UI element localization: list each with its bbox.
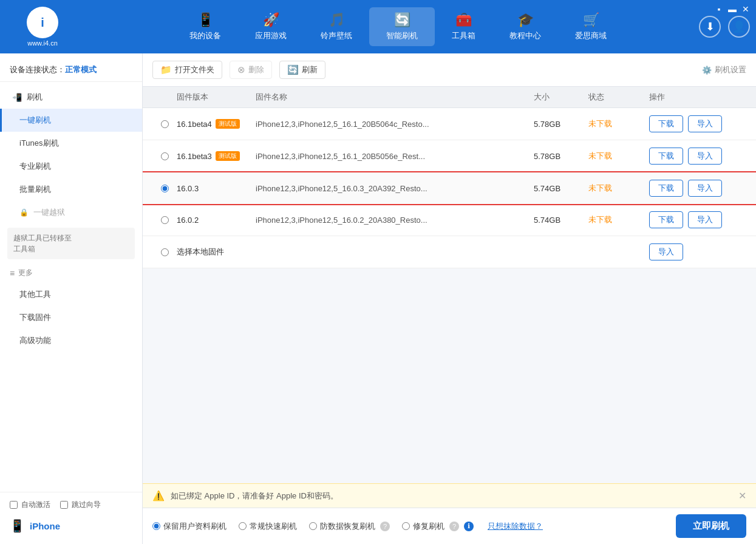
skip-wizard-checkbox[interactable] (60, 501, 68, 509)
nav-my-device[interactable]: 📱 我的设备 (172, 7, 238, 46)
row-5-radio-col[interactable] (152, 248, 177, 256)
sidebar-item-pro-flash[interactable]: 专业刷机 (0, 155, 142, 178)
recovery-label: 防数据恢复刷机 (320, 521, 375, 532)
row-1-radio-col[interactable] (152, 120, 177, 128)
quick-flash-radio[interactable] (239, 522, 247, 530)
row-2-radio[interactable] (161, 152, 169, 160)
more-label: 更多 (18, 268, 33, 278)
flash-sidebar-icon: 📲 (12, 93, 22, 102)
table-header: 固件版本 固件名称 大小 状态 操作 (143, 87, 756, 108)
delete-label: 删除 (248, 64, 264, 75)
row-2-version: 16.1beta3 测试版 (177, 151, 256, 161)
option-quick-flash[interactable]: 常规快速刷机 (239, 521, 297, 532)
row-2-filename: iPhone12,3,iPhone12,5_16.1_20B5056e_Rest… (256, 152, 534, 161)
minimize-icon[interactable]: ▪ (715, 5, 723, 13)
folder-icon: 📁 (160, 64, 172, 75)
nav-apps-games[interactable]: 🚀 应用游戏 (238, 7, 304, 46)
row-1-radio[interactable] (161, 120, 169, 128)
download-button[interactable]: ⬇ (699, 16, 721, 38)
sidebar-item-itunes-flash[interactable]: iTunes刷机 (0, 132, 142, 155)
auto-activate-label[interactable]: 自动激活 (21, 500, 50, 510)
row-3-radio[interactable] (161, 185, 169, 192)
row-2-radio-col[interactable] (152, 152, 177, 160)
auto-activate-checkbox[interactable] (10, 501, 18, 509)
firmware-table: 16.1beta4 测试版 iPhone12,3,iPhone12,5_16.1… (143, 108, 756, 483)
sidebar-item-flash[interactable]: 📲 刷机 (0, 86, 142, 109)
sidebar-item-jailbreak: 🔒 一键越狱 (0, 201, 142, 224)
nav-toolbox[interactable]: 🧰 工具箱 (435, 7, 492, 46)
nav-tutorials-label: 教程中心 (509, 30, 541, 41)
row-5-actions: 导入 (649, 243, 746, 260)
row-5-radio[interactable] (161, 248, 169, 256)
toolbox-icon: 🧰 (455, 12, 472, 28)
user-button[interactable]: 👤 (728, 16, 750, 38)
repair-radio[interactable] (402, 522, 410, 530)
row-2-size: 5.78GB (534, 152, 588, 161)
sidebar-item-one-click-flash[interactable]: 一键刷机 (0, 109, 142, 132)
nav-store[interactable]: 🛒 爱思商域 (558, 7, 624, 46)
sidebar-advanced-label: 高级功能 (19, 335, 51, 346)
content-area: 📁 打开文件夹 ⊗ 删除 🔄 刷新 ⚙️ 刷机设置 固件版本 固件名称 大小 (143, 53, 756, 544)
row-4-import-button[interactable]: 导入 (688, 211, 722, 228)
device-name: iPhone (30, 521, 60, 531)
row-1-actions: 下载 导入 (649, 115, 746, 132)
row-3-import-button[interactable]: 导入 (688, 180, 722, 197)
repair-label: 修复刷机 (413, 521, 444, 532)
nav-tutorials[interactable]: 🎓 教程中心 (492, 7, 558, 46)
keep-data-radio[interactable] (152, 522, 160, 530)
sidebar-flash-label: 刷机 (27, 92, 43, 103)
settings-label: 刷机设置 (715, 64, 746, 75)
jailbreak-moved-label: 越狱工具已转移至工具箱 (13, 234, 72, 253)
option-keep-data[interactable]: 保留用户资料刷机 (152, 521, 226, 532)
close-icon[interactable]: ✕ (741, 5, 750, 13)
delete-button[interactable]: ⊗ 删除 (230, 61, 272, 79)
nav-ringtones[interactable]: 🎵 铃声壁纸 (304, 7, 369, 46)
device-status-label: 设备连接状态： (10, 65, 65, 74)
recovery-radio[interactable] (309, 522, 317, 530)
skip-wizard-label[interactable]: 跳过向导 (72, 500, 101, 510)
row-1-download-button[interactable]: 下载 (649, 115, 683, 132)
nav-smart-flash[interactable]: 🔄 智能刷机 (369, 7, 435, 46)
option-recovery[interactable]: 防数据恢复刷机 ? (309, 521, 390, 532)
row-4-radio[interactable] (161, 216, 169, 224)
jailbreak-moved-box: 越狱工具已转移至工具箱 (7, 228, 135, 259)
notice-close-button[interactable]: ✕ (738, 490, 746, 501)
maximize-icon[interactable]: ▬ (728, 5, 737, 13)
row-2-download-button[interactable]: 下载 (649, 148, 683, 165)
row-4-radio-col[interactable] (152, 216, 177, 224)
flash-now-button[interactable]: 立即刷机 (676, 514, 746, 538)
row-2-actions: 下载 导入 (649, 148, 746, 165)
bottom-section: ⚠️ 如已绑定 Apple ID，请准备好 Apple ID和密码。 ✕ 保留用… (143, 483, 756, 544)
row-4-download-button[interactable]: 下载 (649, 211, 683, 228)
erase-data-link[interactable]: 只想抹除数据？ (488, 521, 543, 532)
keep-data-label: 保留用户资料刷机 (163, 521, 226, 532)
lock-icon: 🔒 (19, 208, 29, 217)
row-1-status: 未下载 (588, 118, 649, 129)
row-1-version: 16.1beta4 测试版 (177, 119, 256, 129)
row-1-import-button[interactable]: 导入 (688, 115, 722, 132)
row-5-import-button[interactable]: 导入 (649, 243, 683, 260)
option-repair[interactable]: 修复刷机 ? ℹ (402, 521, 474, 532)
refresh-button[interactable]: 🔄 刷新 (279, 61, 325, 79)
row-3-radio-col[interactable] (152, 185, 177, 192)
sidebar-item-download-firmware[interactable]: 下载固件 (0, 306, 142, 329)
notice-text: 如已绑定 Apple ID，请准备好 Apple ID和密码。 (171, 491, 338, 501)
row-2-import-button[interactable]: 导入 (688, 148, 722, 165)
row-3-download-button[interactable]: 下载 (649, 180, 683, 197)
device-status: 设备连接状态：正常模式 (0, 58, 142, 82)
recovery-help-icon[interactable]: ? (380, 522, 390, 531)
nav-toolbox-label: 工具箱 (452, 30, 475, 41)
sidebar-item-batch-flash[interactable]: 批量刷机 (0, 178, 142, 201)
sidebar-batch-flash-label: 批量刷机 (19, 184, 51, 195)
sidebar: 设备连接状态：正常模式 📲 刷机 一键刷机 iTunes刷机 专业刷机 批量刷机… (0, 53, 143, 544)
row-4-size: 5.74GB (534, 216, 588, 225)
row-2-status: 未下载 (588, 151, 649, 162)
sidebar-item-advanced[interactable]: 高级功能 (0, 329, 142, 352)
ringtones-icon: 🎵 (329, 12, 345, 28)
repair-help-icon[interactable]: ? (449, 522, 459, 531)
repair-info-icon[interactable]: ℹ (464, 522, 474, 531)
settings-button[interactable]: ⚙️ 刷机设置 (702, 64, 746, 75)
open-folder-button[interactable]: 📁 打开文件夹 (152, 61, 222, 79)
sidebar-item-other-tools[interactable]: 其他工具 (0, 283, 142, 306)
row-3-actions: 下载 导入 (649, 180, 746, 197)
